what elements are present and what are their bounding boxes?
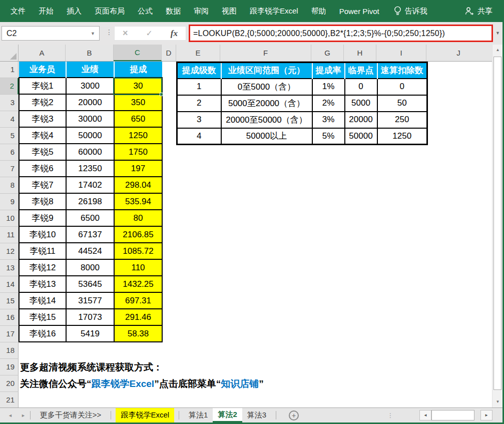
level-cell[interactable]: 4 xyxy=(177,128,221,145)
commission-cell[interactable]: 80 xyxy=(114,210,162,226)
ribbon-tab-home[interactable]: 开始 xyxy=(32,0,60,22)
row-header[interactable]: 2 xyxy=(0,78,19,95)
performance-cell[interactable]: 50000 xyxy=(66,127,114,144)
note-line-1[interactable]: 更多超清视频系统课程获取方式： xyxy=(20,359,163,375)
formula-bar-splitter[interactable]: ⋮ xyxy=(106,29,113,36)
performance-cell[interactable]: 44524 xyxy=(66,243,114,259)
vertical-scrollbar-thumb[interactable] xyxy=(493,57,501,390)
salesperson-cell[interactable]: 李锐15 xyxy=(19,309,66,325)
rate-header-range[interactable]: 业绩区间范围（元） xyxy=(221,63,312,79)
tab-splitter-icon[interactable]: ⋮ xyxy=(387,412,393,419)
performance-cell[interactable]: 60000 xyxy=(66,144,114,160)
rate-cell[interactable]: 3% xyxy=(312,112,345,128)
commission-cell[interactable]: 697.31 xyxy=(114,292,162,309)
commission-cell[interactable]: 1750 xyxy=(114,144,162,160)
row-header[interactable]: 1 xyxy=(0,62,19,78)
sheet-tab-algo3[interactable]: 算法3 xyxy=(242,408,271,422)
range-cell[interactable]: 50000以上 xyxy=(221,128,312,145)
salesperson-cell[interactable]: 李锐1 xyxy=(19,78,66,94)
rate-header-rate[interactable]: 提成率 xyxy=(312,63,345,79)
ribbon-tab-view[interactable]: 视图 xyxy=(215,0,243,22)
sales-header-salesperson[interactable]: 业务员 xyxy=(19,62,66,78)
select-all-corner[interactable] xyxy=(0,45,19,61)
ribbon-tab-review[interactable]: 审阅 xyxy=(187,0,215,22)
name-box[interactable]: C2 ▼ xyxy=(2,26,100,41)
threshold-cell[interactable]: 5000 xyxy=(345,95,377,112)
name-box-dropdown-icon[interactable]: ▼ xyxy=(91,31,99,36)
row-header[interactable]: 9 xyxy=(0,194,19,210)
scroll-down-icon[interactable]: ▼ xyxy=(492,396,502,407)
column-header-j[interactable]: J xyxy=(426,45,490,61)
rate-cell[interactable]: 1% xyxy=(312,79,345,95)
salesperson-cell[interactable]: 李锐2 xyxy=(19,94,66,111)
scroll-up-icon[interactable]: ▲ xyxy=(492,45,502,56)
performance-cell[interactable]: 17073 xyxy=(66,309,114,325)
performance-cell[interactable]: 3000 xyxy=(66,78,114,94)
column-header-c[interactable]: C xyxy=(114,45,162,61)
vertical-scrollbar[interactable]: ▲ ▼ xyxy=(492,45,502,407)
row-header[interactable]: 7 xyxy=(0,161,19,177)
commission-cell[interactable]: 30 xyxy=(114,78,162,94)
sales-header-performance[interactable]: 业绩 xyxy=(66,62,114,78)
ribbon-tab-custom-lirui[interactable]: 跟李锐学Excel xyxy=(243,0,305,22)
sales-header-commission[interactable]: 提成 xyxy=(114,62,162,78)
scroll-right-icon[interactable]: ► xyxy=(480,410,492,420)
salesperson-cell[interactable]: 李锐8 xyxy=(19,193,66,210)
sheet-tab-algo1[interactable]: 算法1 xyxy=(184,408,213,422)
commission-cell[interactable]: 650 xyxy=(114,111,162,127)
deduction-cell[interactable]: 50 xyxy=(377,95,427,112)
row-header[interactable]: 14 xyxy=(0,276,19,293)
ribbon-tab-power-pivot[interactable]: Power Pivot xyxy=(333,0,386,22)
performance-cell[interactable]: 5419 xyxy=(66,325,114,342)
row-header[interactable]: 11 xyxy=(0,227,19,243)
add-sheet-icon[interactable]: + xyxy=(289,410,299,420)
formula-input[interactable]: =LOOKUP(B2,{0;5000;20000;50000},B2*{1;2;… xyxy=(189,25,493,42)
performance-cell[interactable]: 67137 xyxy=(66,226,114,243)
salesperson-cell[interactable]: 李锐10 xyxy=(19,226,66,243)
commission-cell[interactable]: 291.46 xyxy=(114,309,162,325)
column-header-f[interactable]: F xyxy=(220,45,311,61)
salesperson-cell[interactable]: 李锐13 xyxy=(19,276,66,292)
level-cell[interactable]: 1 xyxy=(177,79,221,95)
column-header-b[interactable]: B xyxy=(66,45,114,61)
insert-function-icon[interactable]: fx xyxy=(171,29,178,39)
sheet-tab-lirui[interactable]: 跟李锐学Excel xyxy=(116,408,174,422)
threshold-cell[interactable]: 50000 xyxy=(345,128,377,145)
rate-header-deduction[interactable]: 速算扣除数 xyxy=(377,63,427,79)
commission-cell[interactable]: 350 xyxy=(114,94,162,111)
performance-cell[interactable]: 30000 xyxy=(66,111,114,127)
row-header[interactable]: 5 xyxy=(0,128,19,144)
rate-cell[interactable]: 5% xyxy=(312,128,345,145)
rate-header-level[interactable]: 提成级数 xyxy=(177,63,221,79)
column-header-h[interactable]: H xyxy=(344,45,376,61)
range-cell[interactable]: 5000至20000（含） xyxy=(221,95,312,112)
share-button[interactable]: 共享 xyxy=(465,0,502,22)
tell-me-button[interactable]: 告诉我 xyxy=(389,0,432,22)
performance-cell[interactable]: 31577 xyxy=(66,292,114,309)
salesperson-cell[interactable]: 李锐14 xyxy=(19,292,66,309)
cancel-icon[interactable]: × xyxy=(123,28,128,39)
commission-cell[interactable]: 197 xyxy=(114,160,162,177)
commission-cell[interactable]: 1250 xyxy=(114,127,162,144)
row-header[interactable]: 4 xyxy=(0,111,19,128)
sheet-nav-next-icon[interactable]: ► xyxy=(21,413,26,418)
ribbon-tab-insert[interactable]: 插入 xyxy=(60,0,88,22)
commission-cell[interactable]: 298.04 xyxy=(114,177,162,193)
formula-bar-expand-icon[interactable]: ▼ xyxy=(495,31,500,36)
commission-cell[interactable]: 1432.25 xyxy=(114,276,162,292)
salesperson-cell[interactable]: 李锐3 xyxy=(19,111,66,127)
salesperson-cell[interactable]: 李锐7 xyxy=(19,177,66,193)
rate-header-threshold[interactable]: 临界点 xyxy=(345,63,377,79)
row-header[interactable]: 21 xyxy=(0,392,19,407)
ribbon-tab-help[interactable]: 帮助 xyxy=(305,0,333,22)
ribbon-tab-page-layout[interactable]: 页面布局 xyxy=(88,0,131,22)
salesperson-cell[interactable]: 李锐6 xyxy=(19,160,66,177)
row-header[interactable]: 8 xyxy=(0,177,19,194)
rate-cell[interactable]: 2% xyxy=(312,95,345,112)
ribbon-tab-data[interactable]: 数据 xyxy=(159,0,187,22)
sheet-tab-algo2-active[interactable]: 算法2 xyxy=(213,408,242,422)
row-header[interactable]: 16 xyxy=(0,309,19,326)
commission-cell[interactable]: 1085.72 xyxy=(114,243,162,259)
note-line-2[interactable]: 关注微信公众号“跟李锐学Excel”点击底部菜单“知识店铺” xyxy=(20,375,264,392)
ribbon-tab-file[interactable]: 文件 xyxy=(4,0,32,22)
